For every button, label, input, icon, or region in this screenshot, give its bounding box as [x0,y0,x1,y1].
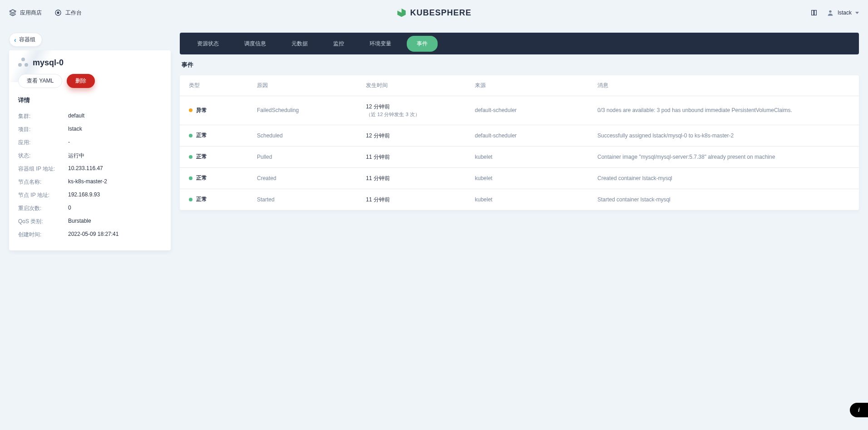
global-header: 应用商店 工作台 KUBESPHERE lstack [0,0,868,25]
event-time-main: 11 分钟前 [366,153,475,161]
event-reason: Scheduled [257,132,366,139]
detail-row: 集群:default [18,110,162,123]
delete-button[interactable]: 删除 [67,74,95,88]
event-time: 11 分钟前 [366,174,475,182]
status-dot-icon [189,108,192,112]
event-message: Container image "mysql/mysql-server:5.7.… [597,154,850,160]
event-type: 正常 [189,132,257,139]
event-message: Created container lstack-mysql [597,175,850,181]
detail-key: QoS 类别: [18,218,68,225]
nav-appstore[interactable]: 应用商店 [9,9,42,17]
events-row: 正常Scheduled12 分钟前default-schedulerSucces… [180,125,859,146]
col-source: 来源 [475,82,597,89]
back-button[interactable]: ‹ 容器组 [9,33,42,47]
tab-schedule[interactable]: 调度信息 [234,36,276,52]
details-list: 集群:default项目:lstack应用:-状态:运行中容器组 IP 地址:1… [18,110,162,241]
user-icon [827,9,834,16]
detail-key: 集群: [18,112,68,120]
detail-key: 节点 IP 地址: [18,191,68,199]
brand-text: KUBESPHERE [410,8,471,18]
event-time: 12 分钟前 [366,132,475,140]
detail-value: 运行中 [68,152,84,160]
detail-row: 重启次数:0 [18,202,162,215]
events-row: 正常Created11 分钟前kubeletCreated container … [180,167,859,189]
brand-icon [396,8,406,18]
back-label: 容器组 [19,36,35,44]
tab-monitor[interactable]: 监控 [323,36,354,52]
event-type-label: 正常 [196,195,207,203]
nav-workbench[interactable]: 工作台 [54,9,82,17]
detail-value: 10.233.116.47 [68,165,103,173]
events-row: 正常Started11 分钟前kubeletStarted container … [180,189,859,210]
event-reason: Started [257,196,366,203]
event-reason: Pulled [257,154,366,160]
event-time: 11 分钟前 [366,153,475,161]
event-time-main: 12 分钟前 [366,103,475,111]
detail-value: default [68,112,84,120]
view-yaml-button[interactable]: 查看 YAML [18,74,62,88]
event-type-label: 正常 [196,132,207,139]
appstore-icon [9,9,16,16]
detail-value: - [68,139,70,147]
event-reason: FailedScheduling [257,107,366,113]
events-table: 类型 原因 发生时间 来源 消息 异常FailedScheduling12 分钟… [180,75,859,210]
detail-key: 项目: [18,126,68,133]
tab-events[interactable]: 事件 [407,36,438,52]
detail-value: lstack [68,126,82,133]
event-time: 11 分钟前 [366,195,475,204]
workbench-icon [54,9,62,16]
col-time: 发生时间 [366,82,475,89]
col-reason: 原因 [257,82,366,89]
chevron-down-icon [855,12,859,14]
detail-key: 创建时间: [18,231,68,239]
event-message: 0/3 nodes are available: 3 pod has unbou… [597,107,850,113]
header-right: lstack [810,9,859,16]
event-type-label: 异常 [196,107,207,114]
event-time: 12 分钟前（近 12 分钟发生 3 次） [366,103,475,118]
brand: KUBESPHERE [396,8,471,18]
events-body: 异常FailedScheduling12 分钟前（近 12 分钟发生 3 次）d… [180,96,859,210]
event-type: 异常 [189,107,257,114]
event-source: kubelet [475,196,597,203]
tabs: 资源状态调度信息元数据监控环境变量事件 [180,33,859,54]
user-menu[interactable]: lstack [827,9,859,16]
nav-workbench-label: 工作台 [65,9,82,17]
event-time-main: 11 分钟前 [366,195,475,204]
event-source: default-scheduler [475,107,597,113]
tab-resource[interactable]: 资源状态 [187,36,229,52]
status-dot-icon [189,155,192,159]
pod-icon [18,58,28,68]
detail-row: 容器组 IP 地址:10.233.116.47 [18,162,162,176]
event-type-label: 正常 [196,153,207,161]
help-fab[interactable]: i [850,403,868,417]
details-section-title: 详情 [18,96,162,104]
col-message: 消息 [597,82,850,89]
tab-metadata[interactable]: 元数据 [281,36,318,52]
detail-row: 应用:- [18,136,162,149]
event-type: 正常 [189,153,257,161]
svg-point-4 [829,10,832,13]
event-message: Started container lstack-mysql [597,196,850,203]
detail-row: 状态:运行中 [18,149,162,162]
event-source: kubelet [475,154,597,160]
detail-value: 0 [68,205,71,212]
events-panel-title: 事件 [180,61,859,69]
event-source: default-scheduler [475,132,597,139]
event-type-label: 正常 [196,174,207,182]
event-time-main: 11 分钟前 [366,174,475,182]
detail-key: 状态: [18,152,68,160]
events-row: 异常FailedScheduling12 分钟前（近 12 分钟发生 3 次）d… [180,96,859,125]
detail-row: 节点名称:ks-k8s-master-2 [18,176,162,189]
detail-key: 节点名称: [18,178,68,186]
events-row: 正常Pulled11 分钟前kubeletContainer image "my… [180,146,859,167]
event-time-main: 12 分钟前 [366,132,475,140]
docs-icon[interactable] [810,9,818,16]
status-dot-icon [189,198,192,201]
detail-row: 节点 IP 地址:192.168.9.93 [18,189,162,202]
detail-key: 重启次数: [18,205,68,212]
user-name: lstack [838,10,852,16]
detail-row: 创建时间:2022-05-09 18:27:41 [18,228,162,241]
detail-key: 容器组 IP 地址: [18,165,68,173]
col-type: 类型 [189,82,257,89]
tab-env[interactable]: 环境变量 [360,36,401,52]
